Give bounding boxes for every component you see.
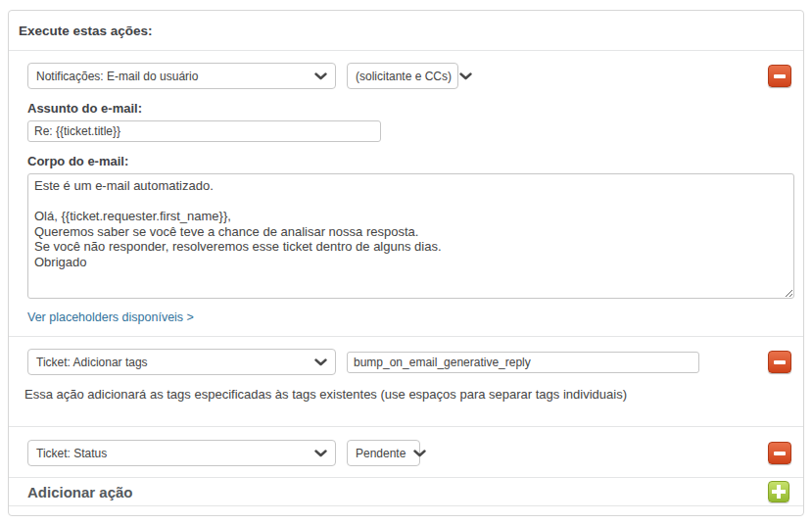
action-row: Notificações: E-mail do usuário (solicit… [27, 63, 791, 89]
status-value: Pendente [356, 447, 406, 460]
action-block-status: Ticket: Status Pendente [9, 427, 803, 477]
email-recipient-select[interactable]: (solicitante e CCs) [347, 63, 458, 89]
add-action-button[interactable] [768, 481, 789, 502]
minus-icon [774, 74, 786, 78]
add-action-label: Adicionar ação [27, 484, 133, 500]
plus-icon [769, 482, 788, 501]
action-type-value: Notificações: E-mail do usuário [36, 70, 198, 83]
tags-input[interactable] [347, 352, 699, 373]
subject-input[interactable] [27, 120, 381, 142]
chevron-down-icon [314, 358, 327, 366]
remove-action-button[interactable] [768, 442, 791, 464]
minus-icon [774, 452, 786, 455]
body-textarea[interactable]: Este é um e-mail automatizado. Olá, {{ti… [27, 173, 794, 299]
action-row: Ticket: Adicionar tags [27, 349, 791, 375]
chevron-down-icon [314, 72, 327, 80]
actions-panel: Execute estas ações: Notificações: E-mai… [8, 10, 804, 516]
section-title: Execute estas ações: [9, 11, 803, 50]
subject-label: Assunto do e-mail: [27, 101, 791, 116]
minus-icon [774, 360, 786, 364]
email-recipient-value: (solicitante e CCs) [356, 70, 452, 83]
divider [9, 505, 803, 506]
remove-action-button[interactable] [768, 65, 791, 87]
body-label: Corpo do e-mail: [27, 154, 791, 168]
action-type-select[interactable]: Notificações: E-mail do usuário [27, 63, 336, 89]
tags-helper-text: Essa ação adicionará as tags especificad… [24, 387, 791, 408]
action-type-value: Ticket: Status [36, 447, 107, 460]
add-action-row: Adicionar ação [9, 478, 803, 505]
action-block-tags: Ticket: Adicionar tags Essa ação adicion… [9, 337, 803, 426]
chevron-down-icon [314, 450, 327, 457]
chevron-down-icon [459, 72, 472, 80]
action-block-email: Notificações: E-mail do usuário (solicit… [9, 51, 803, 336]
action-type-value: Ticket: Adicionar tags [36, 356, 148, 369]
action-type-select[interactable]: Ticket: Status [27, 440, 336, 466]
chevron-down-icon [413, 450, 426, 457]
status-value-select[interactable]: Pendente [347, 440, 420, 466]
remove-action-button[interactable] [768, 351, 791, 373]
action-row: Ticket: Status Pendente [27, 440, 791, 466]
placeholders-link[interactable]: Ver placeholders disponíveis > [27, 310, 194, 324]
action-type-select[interactable]: Ticket: Adicionar tags [27, 349, 336, 375]
